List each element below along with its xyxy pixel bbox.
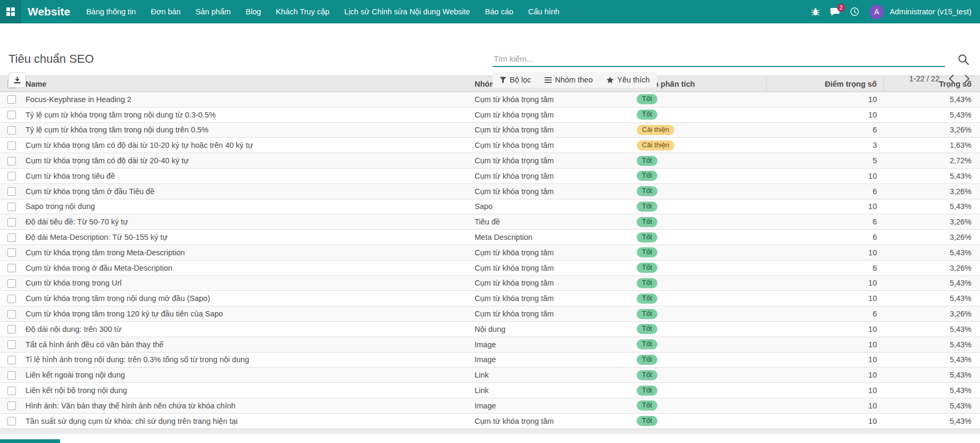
table-row[interactable]: Hình ảnh: Văn bản thay thế hình ảnh nên … (0, 398, 980, 413)
activities-clock-icon[interactable] (850, 7, 859, 16)
menu-item-0[interactable]: Bảng thông tin (79, 0, 143, 23)
row-checkbox[interactable] (7, 371, 16, 380)
debug-bug-icon[interactable] (811, 7, 820, 16)
table-row[interactable]: Liên kết ngoài trong nội dungLinkTốt105,… (0, 367, 980, 383)
cell-score: 10 (766, 199, 883, 214)
search-icon[interactable] (957, 52, 972, 67)
horizontal-scrollbar-thumb[interactable] (0, 439, 60, 443)
status-badge: Tốt (637, 171, 657, 181)
row-checkbox[interactable] (7, 141, 16, 150)
cell-name: Tỉ lệ hình ảnh trong nội dung: trên 0.3%… (22, 352, 471, 367)
menu-item-2[interactable]: Sản phẩm (188, 0, 238, 23)
cell-score: 10 (766, 275, 883, 291)
filters-button[interactable]: Bộ lọc (493, 72, 538, 88)
menu-item-3[interactable]: Blog (238, 0, 268, 23)
row-checkbox[interactable] (7, 248, 16, 257)
table-row[interactable]: Độ dài tiêu đề: Từ 50-70 ký tựTiêu đềTốt… (0, 214, 980, 230)
row-checkbox-cell (0, 383, 22, 398)
status-badge: Tốt (637, 355, 657, 365)
row-checkbox[interactable] (7, 387, 16, 395)
pager-previous-button[interactable] (948, 74, 955, 83)
cell-weight: 5,43% (883, 275, 980, 291)
table-row[interactable]: Liên kết nội bộ trong nội dungLinkTốt105… (0, 383, 980, 398)
table-row[interactable]: Độ dài nội dung: trên 300 từNội dungTốt1… (0, 321, 980, 337)
apps-grid-icon[interactable] (0, 0, 21, 23)
table-row[interactable]: Cụm từ khóa trọng tâm ở đầu Tiêu đềCụm t… (0, 183, 980, 199)
cell-weight: 5,43% (883, 398, 980, 413)
row-checkbox[interactable] (7, 325, 16, 333)
cell-criteria-group: Meta Description (471, 230, 633, 245)
row-checkbox[interactable] (7, 126, 16, 135)
table-row[interactable]: Cụm từ khóa trọng tâm có độ dài từ 20-40… (0, 153, 980, 169)
menu-item-5[interactable]: Lịch sử Chỉnh sửa Nội dung Website (337, 0, 478, 23)
table-row[interactable]: Cụm từ khóa trọng tâm có độ dài từ 10-20… (0, 138, 980, 153)
table-row[interactable]: Cụm từ khóa trọng tâm trong nội dung mở … (0, 291, 980, 306)
cell-criteria-group: Image (471, 398, 633, 413)
messages-icon[interactable]: 2 (830, 7, 840, 16)
cell-criteria-group: Cụm từ khóa trọng tâm (471, 168, 633, 183)
row-checkbox[interactable] (7, 111, 16, 119)
table-row[interactable]: Độ dài Meta-Description: Từ 50-155 ký tự… (0, 230, 980, 245)
cell-score: 5 (766, 153, 883, 169)
table-row[interactable]: Sapo trong nội dungSapoTốt105,43% (0, 199, 980, 214)
cell-score: 3 (766, 138, 883, 153)
row-checkbox[interactable] (7, 279, 16, 288)
cell-analysis-group: Tốt (633, 92, 766, 107)
cell-weight: 3,26% (883, 230, 980, 245)
row-checkbox[interactable] (7, 172, 16, 180)
row-checkbox-cell (0, 398, 22, 413)
row-checkbox[interactable] (7, 95, 16, 104)
avatar[interactable]: A (869, 5, 884, 19)
row-checkbox[interactable] (7, 356, 16, 364)
group-by-button[interactable]: Nhóm theo (538, 72, 599, 88)
column-header-score[interactable]: Điểm trọng số (766, 76, 883, 92)
search-input[interactable] (493, 52, 945, 67)
cell-analysis-group: Tốt (633, 275, 766, 291)
cell-name: Cụm từ khóa trọng tâm trong 120 ký tự đầ… (22, 306, 471, 322)
row-checkbox[interactable] (7, 340, 16, 349)
row-checkbox[interactable] (7, 203, 16, 211)
row-checkbox[interactable] (7, 218, 16, 227)
status-badge: Tốt (637, 110, 657, 120)
row-checkbox[interactable] (7, 402, 16, 410)
column-header-name[interactable]: Name (22, 76, 471, 92)
row-checkbox[interactable] (7, 295, 16, 303)
table-row[interactable]: Tần suất sử dụng cụm từ khóa: chỉ sử dụn… (0, 413, 980, 429)
menu-item-6[interactable]: Báo cáo (478, 0, 521, 23)
user-menu[interactable]: Administrator (v15_test) (890, 7, 971, 16)
row-checkbox[interactable] (7, 233, 16, 242)
list-body: Focus-Keyphrase in Heading 2Cụm từ khóa … (0, 92, 980, 429)
cell-name: Cụm từ khóa trong tiêu đề (22, 168, 471, 183)
menu-item-7[interactable]: Cấu hình (521, 0, 567, 23)
page-title: Tiêu chuẩn SEO (9, 52, 94, 66)
table-row[interactable]: Focus-Keyphrase in Heading 2Cụm từ khóa … (0, 92, 980, 107)
row-checkbox[interactable] (7, 157, 16, 165)
table-row[interactable]: Cụm từ khóa trọng tâm trong Meta-Descrip… (0, 245, 980, 260)
table-row[interactable]: Tỉ lệ hình ảnh trong nội dung: trên 0.3%… (0, 352, 980, 367)
row-checkbox[interactable] (7, 264, 16, 272)
table-row[interactable]: Tỷ lệ cụm từ khóa trọng tâm trong nội du… (0, 107, 980, 122)
status-badge: Tốt (637, 294, 657, 304)
table-row[interactable]: Tỷ lệ cụm từ khóa trọng tâm trong nội du… (0, 122, 980, 138)
cell-analysis-group: Tốt (633, 291, 766, 306)
table-row[interactable]: Cụm từ khóa trong ở đầu Meta-Description… (0, 260, 980, 275)
table-row[interactable]: Cụm từ khóa trọng tâm trong 120 ký tự đầ… (0, 306, 980, 322)
table-row[interactable]: Tất cả hình ảnh đều có văn bản thay thếI… (0, 337, 980, 352)
cell-weight: 1,63% (883, 138, 980, 153)
pager-next-button[interactable] (964, 74, 970, 83)
row-checkbox[interactable] (7, 310, 16, 319)
star-icon (606, 77, 614, 83)
cell-criteria-group: Cụm từ khóa trọng tâm (471, 245, 633, 260)
cell-name: Tỷ lệ cụm từ khóa trọng tâm trong nội du… (22, 122, 471, 138)
row-checkbox[interactable] (7, 187, 16, 196)
app-brand[interactable]: Website (21, 0, 79, 23)
menu-item-4[interactable]: Khách Truy cập (268, 0, 337, 23)
row-checkbox[interactable] (7, 417, 16, 425)
export-button[interactable] (9, 72, 26, 88)
cell-weight: 5,43% (883, 337, 980, 352)
cell-criteria-group: Cụm từ khóa trọng tâm (471, 183, 633, 199)
favorites-button[interactable]: Yêu thích (599, 72, 656, 88)
table-row[interactable]: Cụm từ khóa trong tiêu đềCụm từ khóa trọ… (0, 168, 980, 183)
table-row[interactable]: Cụm từ khóa trong trong UrlCụm từ khóa t… (0, 275, 980, 291)
menu-item-1[interactable]: Đơn bán (143, 0, 188, 23)
